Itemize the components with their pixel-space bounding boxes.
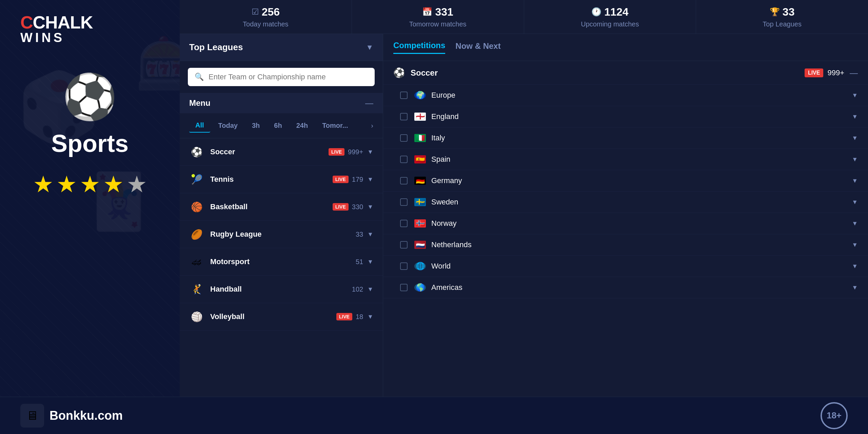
rugby-count: 33 [356,231,363,238]
star-1: ★ [33,171,54,198]
sport-item-basketball[interactable]: 🏀 Basketball LIVE 330 ▼ [180,193,383,221]
top-leagues-label: Top Leagues [763,20,802,28]
soccer-comp-icon: ⚽ [393,67,405,78]
europe-checkbox[interactable] [400,92,408,99]
sport-item-tennis[interactable]: 🎾 Tennis LIVE 179 ▼ [180,166,383,193]
comp-item-sweden[interactable]: 🇸🇪 Sweden ▼ [383,192,868,213]
soccer-comp-name: Soccer [411,68,805,78]
norway-checkbox[interactable] [400,220,408,227]
comp-item-italy[interactable]: 🇮🇹 Italy ▼ [383,127,868,149]
stat-today[interactable]: ☑ 256 Today matches [180,0,352,34]
comp-item-europe[interactable]: 🌍 Europe ▼ [383,85,868,106]
basketball-count: 330 [352,203,363,211]
logo-chalk: CCHALK [20,14,93,31]
top-leagues-dropdown-label: Top Leagues [189,42,243,53]
spain-flag-icon: 🇪🇸 [414,155,426,163]
competitions-panel: Competitions Now & Next ⚽ Soccer LIVE 99… [383,34,868,434]
sports-ball-icon: ⚽ [62,71,117,123]
sport-item-volleyball[interactable]: 🏐 Volleyball LIVE 18 ▼ [180,303,383,331]
basketball-chevron-icon: ▼ [367,203,373,211]
handball-sport-icon: 🤾 [189,282,204,297]
soccer-comp-collapse-button[interactable]: — [850,68,858,78]
time-tab-24h[interactable]: 24h [290,119,314,132]
italy-checkbox[interactable] [400,134,408,142]
stat-upcoming[interactable]: 🕐 1124 Upcoming matches [524,0,696,34]
upcoming-count: 1124 [604,6,628,18]
time-arrow-icon[interactable]: › [371,122,373,130]
sport-item-soccer[interactable]: ⚽ Soccer LIVE 999+ ▼ [180,138,383,166]
basketball-live-badge: LIVE [333,203,349,211]
age-restriction-badge: 18+ [821,402,848,429]
germany-chevron-icon: ▼ [852,177,858,184]
spain-checkbox[interactable] [400,156,408,163]
logo-c: C [20,13,33,32]
comp-item-spain[interactable]: 🇪🇸 Spain ▼ [383,149,868,170]
stats-bar: ☑ 256 Today matches 📅 331 Tomorrow match… [180,0,868,34]
europe-comp-name: Europe [431,91,852,100]
norway-chevron-icon: ▼ [852,220,858,227]
comp-item-world[interactable]: 🌐 World ▼ [383,256,868,277]
netherlands-chevron-icon: ▼ [852,241,858,249]
comp-item-england[interactable]: 🏴󠁧󠁢󠁥󠁮󠁧󠁿 England ▼ [383,106,868,127]
tab-competitions[interactable]: Competitions [393,41,445,54]
tab-now-next[interactable]: Now & Next [455,41,500,54]
competition-list: 🌍 Europe ▼ 🏴󠁧󠁢󠁥󠁮󠁧󠁿 England ▼ 🇮🇹 Italy ▼ [383,85,868,434]
top-leagues-dropdown[interactable]: Top Leagues ▼ [180,34,383,61]
main-panel: ☑ 256 Today matches 📅 331 Tomorrow match… [180,0,868,434]
search-icon: 🔍 [195,73,204,81]
competition-tabs: Competitions Now & Next [383,34,868,61]
tennis-sport-name: Tennis [210,175,333,184]
comp-item-germany[interactable]: 🇩🇪 Germany ▼ [383,170,868,192]
stat-top-leagues[interactable]: 🏆 33 Top Leagues [696,0,868,34]
time-tab-today[interactable]: Today [212,119,244,132]
time-tab-all[interactable]: All [189,119,210,133]
soccer-live-badge: LIVE [329,148,344,156]
time-tab-6h[interactable]: 6h [268,119,288,132]
soccer-count: 999+ [348,148,363,156]
sweden-comp-name: Sweden [431,198,852,206]
germany-checkbox[interactable] [400,177,408,184]
england-checkbox[interactable] [400,113,408,120]
upcoming-icon: 🕐 [591,7,601,17]
germany-flag-icon: 🇩🇪 [414,177,426,185]
rating-stars: ★ ★ ★ ★ ★ [33,171,147,198]
motorsport-sport-icon: 🏎 [189,254,204,269]
menu-close-button[interactable]: — [365,98,373,108]
netherlands-flag-icon: 🇳🇱 [414,241,426,249]
europe-chevron-icon: ▼ [852,92,858,99]
today-label: Today matches [243,20,289,28]
volleyball-sport-name: Volleyball [210,312,336,321]
americas-checkbox[interactable] [400,284,408,291]
search-input[interactable] [209,73,368,81]
content-area: Top Leagues ▼ 🔍 Menu — All Today 3h 6h 2… [180,34,868,434]
netherlands-comp-name: Netherlands [431,240,852,249]
england-comp-name: England [431,112,852,121]
bonkku-logo[interactable]: 🖥 Bonkku.com [20,404,123,428]
bonkku-text: Bonkku.com [50,409,123,423]
comp-item-americas[interactable]: 🌎 Americas ▼ [383,277,868,298]
search-bar[interactable]: 🔍 [188,68,375,86]
sweden-checkbox[interactable] [400,198,408,206]
sport-item-motorsport[interactable]: 🏎 Motorsport 51 ▼ [180,248,383,276]
stat-tomorrow[interactable]: 📅 331 Tomorrow matches [352,0,524,34]
soccer-competition-header: ⚽ Soccer LIVE 999+ — [383,61,868,85]
time-filters: All Today 3h 6h 24h Tomor... › [180,113,383,138]
upcoming-label: Upcoming matches [581,20,639,28]
italy-chevron-icon: ▼ [852,135,858,142]
sport-item-handball[interactable]: 🤾 Handball 102 ▼ [180,276,383,303]
europe-flag-icon: 🌍 [414,91,426,99]
comp-item-netherlands[interactable]: 🇳🇱 Netherlands ▼ [383,234,868,256]
sport-item-rugby[interactable]: 🏉 Rugby League 33 ▼ [180,221,383,248]
handball-chevron-icon: ▼ [367,286,373,293]
comp-item-norway[interactable]: 🇳🇴 Norway ▼ [383,213,868,234]
logo-text: CCHALK WINS [20,14,93,44]
motorsport-count: 51 [356,258,363,266]
netherlands-checkbox[interactable] [400,241,408,249]
basketball-sport-name: Basketball [210,202,333,211]
time-tab-tomor[interactable]: Tomor... [316,119,354,132]
bonkku-icon: 🖥 [20,404,44,428]
world-checkbox[interactable] [400,262,408,270]
soccer-comp-live-badge: LIVE [805,68,824,77]
menu-title: Menu [189,98,211,108]
time-tab-3h[interactable]: 3h [246,119,266,132]
